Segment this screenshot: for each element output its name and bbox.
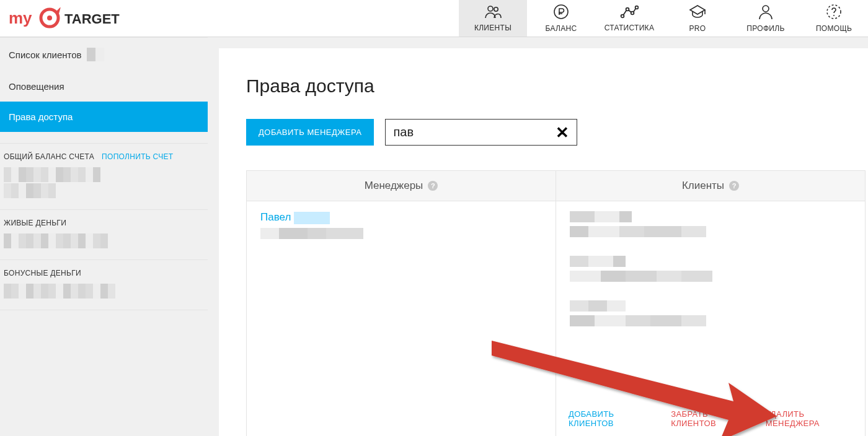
- redacted-value: [4, 183, 202, 198]
- svg-point-6: [554, 5, 568, 19]
- redacted-value: [260, 228, 542, 239]
- help-icon[interactable]: ?: [729, 181, 739, 191]
- sidebar-item-label: Оповещения: [9, 81, 64, 92]
- topnav-pro[interactable]: PRO: [663, 0, 732, 37]
- sidebar-item-notifications[interactable]: Оповещения: [0, 71, 208, 102]
- svg-text:TARGET: TARGET: [64, 11, 120, 27]
- topnav-profile[interactable]: ПРОФИЛЬ: [732, 0, 800, 37]
- redacted-value: [570, 211, 851, 222]
- remove-clients-link[interactable]: ЗАБРАТЬ КЛИЕНТОВ: [671, 409, 748, 428]
- sidebar-item-access-rights[interactable]: Права доступа: [0, 102, 208, 132]
- help-icon: [826, 4, 842, 22]
- redacted-value: [294, 212, 330, 224]
- top-nav: КЛИЕНТЫ БАЛАНС СТАТИСТИКА: [459, 0, 868, 37]
- sidebar-item-label: Список клиентов: [9, 50, 82, 60]
- svg-point-4: [488, 6, 493, 11]
- pro-icon: [688, 4, 707, 22]
- add-clients-link[interactable]: ДОБАВИТЬ КЛИЕНТОВ: [569, 409, 653, 428]
- topnav-label: PRO: [689, 24, 706, 33]
- bonus-money-label: БОНУСНЫЕ ДЕНЬГИ: [4, 269, 81, 277]
- column-header-managers: Менеджеры ?: [247, 171, 556, 201]
- profile-icon: [758, 4, 774, 22]
- toolbar: ДОБАВИТЬ МЕНЕДЖЕРА ✕: [246, 119, 868, 146]
- help-icon[interactable]: ?: [428, 181, 438, 191]
- topnav-balance[interactable]: БАЛАНС: [527, 0, 595, 37]
- sidebar: Список клиентов Оповещения Права доступа…: [0, 37, 208, 436]
- sidebar-item-label: Права доступа: [9, 111, 73, 122]
- svg-text:my: my: [9, 9, 32, 27]
- redacted-value: [4, 233, 202, 248]
- topnav-clients[interactable]: КЛИЕНТЫ: [459, 0, 527, 37]
- live-money-section: ЖИВЫЕ ДЕНЬГИ: [0, 210, 208, 260]
- bonus-money-section: БОНУСНЫЕ ДЕНЬГИ: [0, 260, 208, 310]
- topnav-help[interactable]: ПОМОЩЬ: [800, 0, 868, 37]
- clear-search-icon[interactable]: ✕: [556, 124, 569, 141]
- redacted-value: [570, 315, 851, 326]
- add-manager-button[interactable]: ДОБАВИТЬ МЕНЕДЖЕРА: [246, 119, 374, 146]
- svg-point-11: [763, 6, 769, 12]
- row-actions: ДОБАВИТЬ КЛИЕНТОВ ЗАБРАТЬ КЛИЕНТОВ УДАЛИ…: [556, 399, 865, 436]
- balance-icon: [553, 4, 569, 22]
- topnav-label: КЛИЕНТЫ: [474, 24, 512, 32]
- manager-name[interactable]: Павел: [260, 211, 542, 224]
- logo[interactable]: my TARGET: [0, 0, 459, 37]
- balance-label: ОБЩИЙ БАЛАНС СЧЕТА: [4, 152, 94, 161]
- redacted-value: [570, 271, 851, 282]
- top-header: my TARGET КЛИЕНТЫ: [0, 0, 868, 37]
- delete-manager-link[interactable]: УДАЛИТЬ МЕНЕДЖЕРА: [766, 409, 852, 428]
- topnav-label: ПРОФИЛЬ: [746, 24, 784, 33]
- topnav-stats[interactable]: СТАТИСТИКА: [595, 0, 663, 37]
- topnav-label: ПОМОЩЬ: [816, 24, 852, 33]
- topnav-label: БАЛАНС: [546, 24, 577, 33]
- topnav-label: СТАТИСТИКА: [604, 24, 654, 32]
- redacted-value: [4, 284, 202, 299]
- search-input[interactable]: [393, 120, 556, 144]
- live-money-label: ЖИВЫЕ ДЕНЬГИ: [4, 219, 66, 227]
- redacted-value: [570, 300, 851, 312]
- main-content: Права доступа ДОБАВИТЬ МЕНЕДЖЕРА ✕ Менед…: [219, 48, 868, 436]
- clients-icon: [484, 4, 502, 21]
- redacted-value: [570, 226, 851, 237]
- page-title: Права доступа: [246, 76, 868, 97]
- list-item[interactable]: [570, 300, 851, 326]
- redacted-value: [570, 256, 851, 267]
- column-header-clients: Клиенты ?: [556, 171, 865, 201]
- topup-link[interactable]: ПОПОЛНИТЬ СЧЕТ: [102, 152, 173, 161]
- svg-point-5: [494, 7, 498, 11]
- client-count-chip: [87, 48, 105, 61]
- stats-icon: [620, 4, 639, 21]
- redacted-value: [4, 167, 202, 182]
- list-item[interactable]: [570, 256, 851, 282]
- balance-section: ОБЩИЙ БАЛАНС СЧЕТА ПОПОЛНИТЬ СЧЕТ: [0, 143, 208, 210]
- svg-point-7: [621, 15, 624, 18]
- managers-clients-grid: Менеджеры ? Павел: [246, 170, 866, 436]
- sidebar-item-clients-list[interactable]: Список клиентов: [0, 38, 208, 71]
- svg-point-13: [833, 15, 835, 16]
- svg-point-2: [47, 15, 52, 20]
- search-field[interactable]: ✕: [385, 119, 577, 146]
- list-item[interactable]: [570, 211, 851, 237]
